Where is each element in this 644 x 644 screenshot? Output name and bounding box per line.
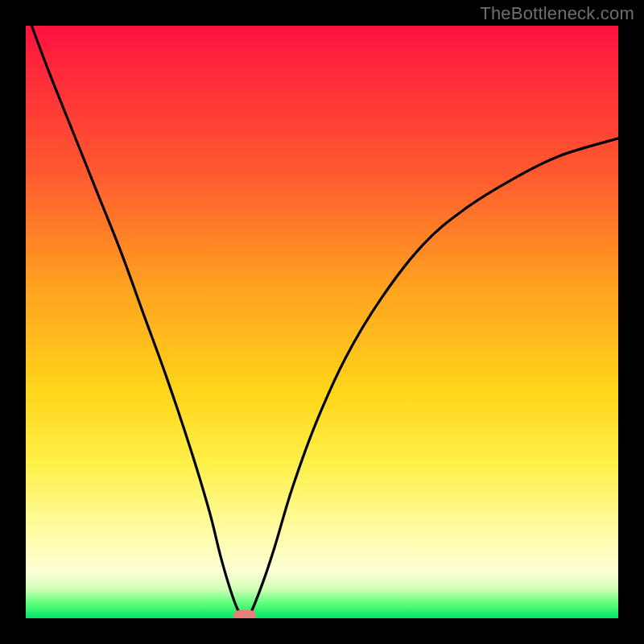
watermark-text: TheBottleneck.com: [480, 3, 634, 24]
bottleneck-curve: [26, 26, 618, 618]
chart-frame: TheBottleneck.com: [0, 0, 644, 644]
optimal-marker: [233, 610, 256, 618]
plot-area: [26, 26, 618, 618]
